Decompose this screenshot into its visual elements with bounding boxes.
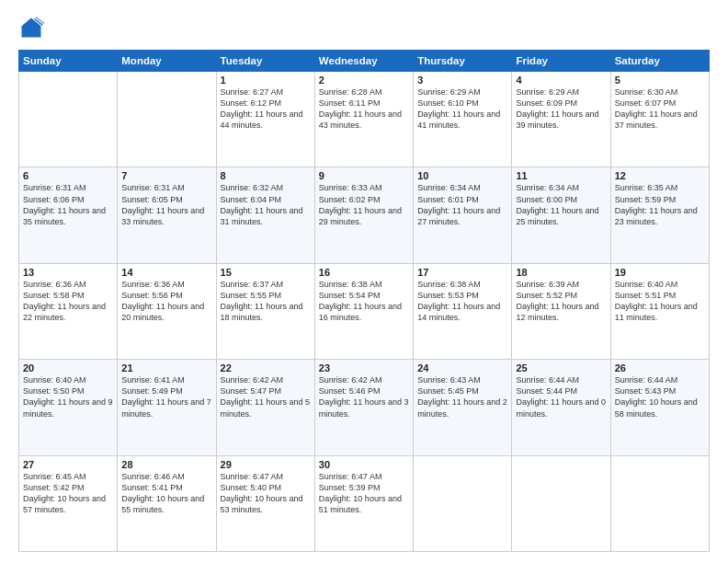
- calendar-cell: 15Sunrise: 6:37 AM Sunset: 5:55 PM Dayli…: [216, 263, 314, 359]
- day-info: Sunrise: 6:30 AM Sunset: 6:07 PM Dayligh…: [615, 86, 705, 132]
- header: [18, 15, 710, 40]
- day-info: Sunrise: 6:28 AM Sunset: 6:11 PM Dayligh…: [319, 86, 409, 132]
- day-number: 16: [319, 267, 409, 278]
- day-info: Sunrise: 6:35 AM Sunset: 5:59 PM Dayligh…: [615, 182, 705, 227]
- calendar-cell: 22Sunrise: 6:42 AM Sunset: 5:47 PM Dayli…: [216, 360, 314, 455]
- calendar-cell: 13Sunrise: 6:36 AM Sunset: 5:58 PM Dayli…: [19, 263, 118, 359]
- day-info: Sunrise: 6:47 AM Sunset: 5:39 PM Dayligh…: [319, 471, 409, 516]
- day-number: 13: [23, 267, 113, 278]
- day-number: 2: [319, 75, 409, 86]
- calendar-cell: [610, 455, 709, 551]
- day-info: Sunrise: 6:46 AM Sunset: 5:41 PM Dayligh…: [121, 471, 211, 516]
- day-info: Sunrise: 6:29 AM Sunset: 6:09 PM Dayligh…: [516, 86, 606, 132]
- day-number: 10: [417, 170, 507, 181]
- calendar-cell: 3Sunrise: 6:29 AM Sunset: 6:10 PM Daylig…: [414, 72, 512, 167]
- day-number: 18: [516, 267, 606, 278]
- weekday-header-friday: Friday: [512, 51, 610, 72]
- day-info: Sunrise: 6:31 AM Sunset: 6:06 PM Dayligh…: [23, 182, 113, 227]
- day-info: Sunrise: 6:33 AM Sunset: 6:02 PM Dayligh…: [319, 182, 409, 227]
- day-info: Sunrise: 6:38 AM Sunset: 5:54 PM Dayligh…: [319, 279, 409, 324]
- day-info: Sunrise: 6:37 AM Sunset: 5:55 PM Dayligh…: [221, 279, 311, 324]
- day-number: 27: [23, 459, 113, 470]
- day-number: 25: [516, 362, 606, 373]
- day-info: Sunrise: 6:36 AM Sunset: 5:58 PM Dayligh…: [23, 279, 113, 324]
- day-number: 24: [417, 362, 507, 373]
- day-number: 3: [417, 75, 507, 86]
- calendar-cell: 18Sunrise: 6:39 AM Sunset: 5:52 PM Dayli…: [512, 263, 610, 359]
- logo: [18, 15, 48, 40]
- calendar-cell: 23Sunrise: 6:42 AM Sunset: 5:46 PM Dayli…: [314, 360, 413, 455]
- calendar-cell: 19Sunrise: 6:40 AM Sunset: 5:51 PM Dayli…: [610, 263, 709, 359]
- calendar-cell: 24Sunrise: 6:43 AM Sunset: 5:45 PM Dayli…: [414, 360, 512, 455]
- day-number: 5: [615, 75, 705, 86]
- day-number: 11: [516, 170, 606, 181]
- day-number: 26: [615, 362, 705, 373]
- day-number: 30: [319, 459, 409, 470]
- page: SundayMondayTuesdayWednesdayThursdayFrid…: [0, 0, 728, 563]
- day-number: 23: [319, 362, 409, 373]
- day-number: 19: [615, 267, 705, 278]
- calendar-cell: 30Sunrise: 6:47 AM Sunset: 5:39 PM Dayli…: [314, 455, 413, 551]
- week-row-1: 1Sunrise: 6:27 AM Sunset: 6:12 PM Daylig…: [19, 72, 710, 167]
- day-number: 17: [417, 267, 507, 278]
- day-number: 28: [121, 459, 211, 470]
- day-number: 7: [121, 170, 211, 181]
- day-info: Sunrise: 6:39 AM Sunset: 5:52 PM Dayligh…: [516, 279, 606, 324]
- calendar-table: SundayMondayTuesdayWednesdayThursdayFrid…: [18, 50, 710, 552]
- day-number: 12: [615, 170, 705, 181]
- logo-icon: [18, 15, 44, 40]
- calendar-cell: 4Sunrise: 6:29 AM Sunset: 6:09 PM Daylig…: [512, 72, 610, 167]
- calendar-cell: [512, 455, 610, 551]
- day-number: 9: [319, 170, 409, 181]
- day-number: 1: [221, 75, 311, 86]
- calendar-cell: 8Sunrise: 6:32 AM Sunset: 6:04 PM Daylig…: [216, 167, 314, 263]
- calendar-cell: 5Sunrise: 6:30 AM Sunset: 6:07 PM Daylig…: [610, 72, 709, 167]
- weekday-header-tuesday: Tuesday: [216, 51, 314, 72]
- calendar-cell: 29Sunrise: 6:47 AM Sunset: 5:40 PM Dayli…: [216, 455, 314, 551]
- calendar-cell: 7Sunrise: 6:31 AM Sunset: 6:05 PM Daylig…: [118, 167, 216, 263]
- day-info: Sunrise: 6:42 AM Sunset: 5:47 PM Dayligh…: [221, 374, 311, 419]
- day-info: Sunrise: 6:44 AM Sunset: 5:44 PM Dayligh…: [516, 374, 606, 419]
- weekday-header-monday: Monday: [118, 51, 216, 72]
- calendar-cell: 17Sunrise: 6:38 AM Sunset: 5:53 PM Dayli…: [414, 263, 512, 359]
- calendar-cell: 11Sunrise: 6:34 AM Sunset: 6:00 PM Dayli…: [512, 167, 610, 263]
- day-number: 22: [221, 362, 311, 373]
- week-row-3: 13Sunrise: 6:36 AM Sunset: 5:58 PM Dayli…: [19, 263, 710, 359]
- day-info: Sunrise: 6:36 AM Sunset: 5:56 PM Dayligh…: [121, 279, 211, 324]
- day-info: Sunrise: 6:43 AM Sunset: 5:45 PM Dayligh…: [417, 374, 507, 419]
- week-row-5: 27Sunrise: 6:45 AM Sunset: 5:42 PM Dayli…: [19, 455, 710, 551]
- day-info: Sunrise: 6:40 AM Sunset: 5:50 PM Dayligh…: [23, 374, 113, 419]
- calendar-cell: 27Sunrise: 6:45 AM Sunset: 5:42 PM Dayli…: [19, 455, 118, 551]
- calendar-cell: 12Sunrise: 6:35 AM Sunset: 5:59 PM Dayli…: [610, 167, 709, 263]
- week-row-2: 6Sunrise: 6:31 AM Sunset: 6:06 PM Daylig…: [19, 167, 710, 263]
- day-info: Sunrise: 6:27 AM Sunset: 6:12 PM Dayligh…: [221, 86, 311, 132]
- day-number: 4: [516, 75, 606, 86]
- calendar-cell: 10Sunrise: 6:34 AM Sunset: 6:01 PM Dayli…: [414, 167, 512, 263]
- calendar-cell: [414, 455, 512, 551]
- calendar-cell: [19, 72, 118, 167]
- calendar-cell: 9Sunrise: 6:33 AM Sunset: 6:02 PM Daylig…: [314, 167, 413, 263]
- day-number: 8: [221, 170, 311, 181]
- calendar-cell: 2Sunrise: 6:28 AM Sunset: 6:11 PM Daylig…: [314, 72, 413, 167]
- calendar-cell: 16Sunrise: 6:38 AM Sunset: 5:54 PM Dayli…: [314, 263, 413, 359]
- calendar-cell: 26Sunrise: 6:44 AM Sunset: 5:43 PM Dayli…: [610, 360, 709, 455]
- weekday-header-wednesday: Wednesday: [314, 51, 413, 72]
- day-info: Sunrise: 6:47 AM Sunset: 5:40 PM Dayligh…: [221, 471, 311, 516]
- day-info: Sunrise: 6:45 AM Sunset: 5:42 PM Dayligh…: [23, 471, 113, 516]
- calendar-cell: 28Sunrise: 6:46 AM Sunset: 5:41 PM Dayli…: [118, 455, 216, 551]
- day-number: 6: [23, 170, 113, 181]
- day-info: Sunrise: 6:29 AM Sunset: 6:10 PM Dayligh…: [417, 86, 507, 132]
- weekday-header-sunday: Sunday: [19, 51, 118, 72]
- day-number: 20: [23, 362, 113, 373]
- day-number: 15: [221, 267, 311, 278]
- day-info: Sunrise: 6:38 AM Sunset: 5:53 PM Dayligh…: [417, 279, 507, 324]
- day-number: 21: [121, 362, 211, 373]
- day-info: Sunrise: 6:34 AM Sunset: 6:00 PM Dayligh…: [516, 182, 606, 227]
- day-number: 29: [221, 459, 311, 470]
- day-info: Sunrise: 6:31 AM Sunset: 6:05 PM Dayligh…: [121, 182, 211, 227]
- day-number: 14: [121, 267, 211, 278]
- day-info: Sunrise: 6:41 AM Sunset: 5:49 PM Dayligh…: [121, 374, 211, 419]
- calendar-cell: 21Sunrise: 6:41 AM Sunset: 5:49 PM Dayli…: [118, 360, 216, 455]
- weekday-header-saturday: Saturday: [610, 51, 709, 72]
- calendar-cell: 20Sunrise: 6:40 AM Sunset: 5:50 PM Dayli…: [19, 360, 118, 455]
